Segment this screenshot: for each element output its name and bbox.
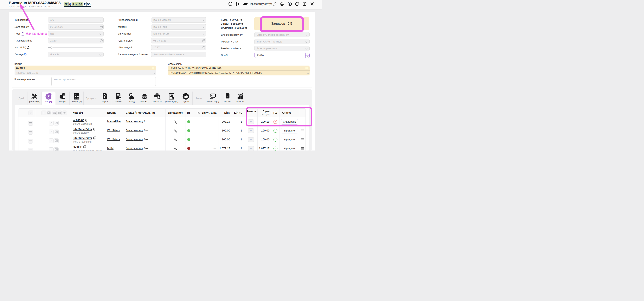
svg-text:$: $ xyxy=(289,2,290,5)
svg-text:VIN: VIN xyxy=(53,112,55,114)
